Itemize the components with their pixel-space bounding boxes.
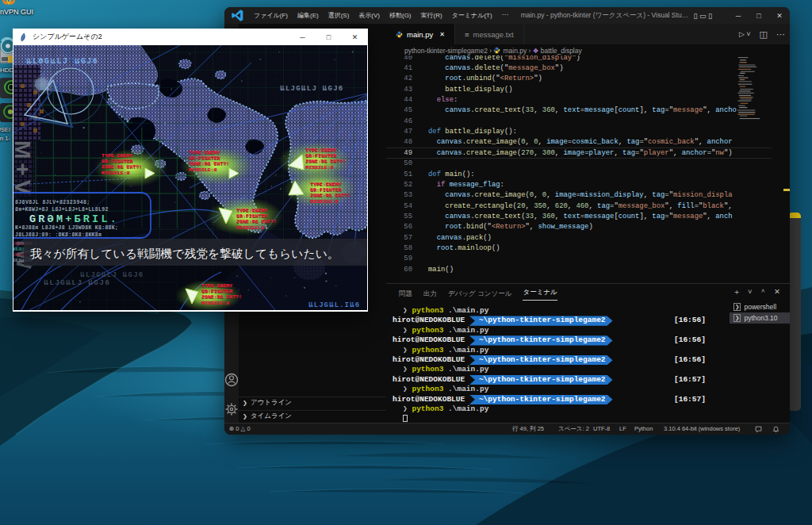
svg-text:MISSILE:8: MISSILE:8 (102, 171, 129, 176)
svg-text:GR:FIGHTER: GR:FIGHTER (236, 213, 267, 219)
svg-text:ZONE:RG EHT?!: ZONE:RG EHT?! (236, 219, 277, 224)
svg-text:แLJGแL.Iแ6: แLJGแL.Iแ6 (308, 301, 360, 309)
svg-text:MISSILE:8: MISSILE:8 (310, 199, 338, 205)
svg-text:TYPE:ENEMY: TYPE:ENEMY (189, 150, 220, 155)
svg-text:TYPE:ENEMY: TYPE:ENEMY (102, 153, 132, 159)
svg-text:TYPE:ENEMY: TYPE:ENEMY (201, 283, 232, 289)
svg-text:GR:FIGHTER: GR:FIGHTER (189, 155, 220, 161)
svg-text:ZONE:RG EHT?!: ZONE:RG EHT?! (201, 294, 242, 300)
svg-text:ZONE:RG EHT?!: ZONE:RG EHT?! (305, 159, 346, 164)
svg-text:GR:FIGHTER: GR:FIGHTER (201, 289, 232, 294)
svg-text:แLJGแLJ แGJ6: แLJGแLJ แGJ6 (44, 278, 110, 287)
svg-text:MISSILE:8: MISSILE:8 (305, 165, 333, 171)
svg-text:TYPE:ENEMY: TYPE:ENEMY (305, 148, 336, 153)
svg-text:J8LJ88J:89: :8K8:8K8:8KK8я: J8LJ88J:89: :8K8:8K8:8KK8я (15, 232, 102, 238)
svg-text:แLJGแLJ แGJ6: แLJGแLJ แGJ6 (280, 85, 343, 93)
svg-text:GRӘM+БRIL.: GRӘM+БRIL. (29, 213, 119, 225)
svg-text:GR:FIGHTER: GR:FIGHTER (310, 187, 341, 193)
svg-text:MISSILE:8: MISSILE:8 (236, 225, 264, 231)
svg-text:แLӨGแLJ แGJ6: แLӨGแLJ แGJ6 (26, 57, 98, 66)
svg-text:MISSILE:8: MISSILE:8 (189, 167, 216, 173)
svg-text:MISSILE:8: MISSILE:8 (201, 301, 229, 306)
svg-text:ZONE:RG EHT?!: ZONE:RG EHT?! (189, 161, 229, 167)
svg-text:TYPE:ENEMY: TYPE:ENEMY (310, 182, 341, 187)
svg-text:TYPE:ENEMY: TYPE:ENEMY (236, 208, 267, 213)
svg-text:我々が所有している戦闘機で残党を撃破してもらいたい。: 我々が所有している戦闘機で残党を撃破してもらいたい。 (30, 247, 339, 260)
svg-text:K+8J88я L8J8+J8 LJ3WD8K K8:88K: K+8J88я L8J8+J8 LJ3WD8K K8:88K; (15, 225, 118, 231)
svg-text:GR:FIGHTER: GR:FIGHTER (102, 159, 132, 164)
svg-text:ZONE:RG EHT?!: ZONE:RG EHT?! (310, 193, 350, 198)
svg-text:8J8V8JL 8JLV+82323948;: 8J8V8JL 8JLV+82323948; (15, 200, 90, 205)
svg-text:M+V: M+V (13, 140, 35, 198)
svg-text:GR:FIGHTER: GR:FIGHTER (305, 153, 336, 159)
svg-text:ZONE:RG EHT?!: ZONE:RG EHT?! (102, 164, 142, 170)
svg-text:8я+K8WJ+8J L8J+L8J+L8+LL8L92: 8я+K8WJ+8J L8J+L8J+L8+LL8L92 (15, 207, 109, 213)
